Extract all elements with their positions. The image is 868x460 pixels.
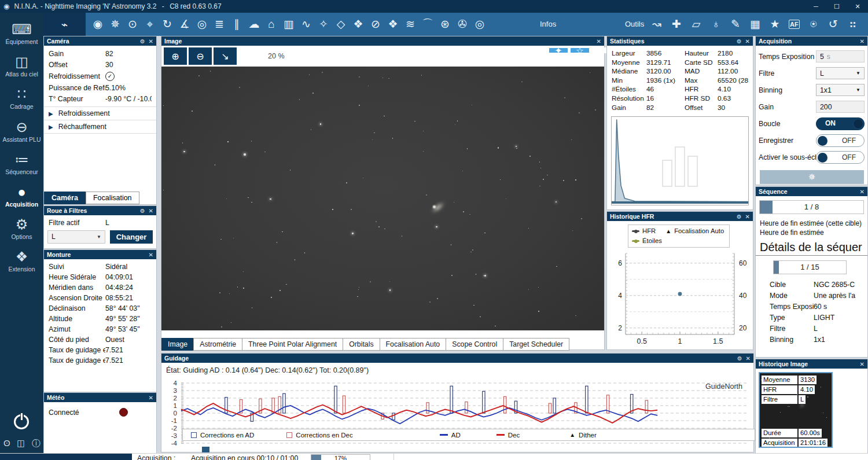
- tab-focalisation[interactable]: Focalisation: [86, 192, 139, 204]
- manual-icon[interactable]: ◫: [17, 438, 25, 449]
- close-icon[interactable]: ✕: [745, 214, 750, 220]
- wheel-icon[interactable]: ⊛: [439, 13, 451, 36]
- plate-solving-icon[interactable]: ♁: [710, 13, 722, 36]
- plugin-icon[interactable]: ❖: [387, 13, 399, 36]
- guider-icon[interactable]: ◎: [196, 13, 208, 36]
- sequence-icon[interactable]: ≣: [214, 13, 225, 36]
- visibility-icon[interactable]: ʘ: [3, 438, 10, 449]
- rotator-icon[interactable]: ↻: [161, 13, 173, 36]
- flip-horizontal-button[interactable]: ⋈: [463, 47, 483, 53]
- sidebar-item-sequencer[interactable]: ≔Séquenceur: [0, 151, 43, 182]
- calculator-icon[interactable]: ▦: [749, 13, 761, 36]
- close-icon[interactable]: ✕: [860, 361, 865, 367]
- fit-screen-button[interactable]: ↘: [214, 47, 237, 65]
- safety-monitor-icon[interactable]: ◇: [335, 13, 347, 36]
- power-button[interactable]: [14, 414, 30, 430]
- sidebar-item-flat-wizard[interactable]: ⊖Assistant PLU: [0, 119, 43, 150]
- gear-icon[interactable]: ⚙: [140, 208, 145, 214]
- close-icon[interactable]: ✕: [149, 208, 153, 214]
- pixel-grid-button[interactable]: ▦: [484, 47, 504, 53]
- planet-icon[interactable]: ⊘: [370, 13, 381, 36]
- star-icon[interactable]: ★: [769, 13, 781, 36]
- enregistrer-toggle[interactable]: OFF: [816, 134, 865, 147]
- image-history-thumbnail[interactable]: Moyenne3130HFR4.10FiltreLDurée60.00sAcqu…: [759, 372, 833, 448]
- tab-target-scheduler[interactable]: Target Scheduler: [503, 338, 569, 351]
- puzzle-piece-icon[interactable]: ❖: [352, 13, 364, 36]
- sidebar-item-imaging[interactable]: ●Acquisition: [0, 183, 43, 215]
- zoom-in-button[interactable]: ⊕: [164, 47, 187, 65]
- expander-réchauffement[interactable]: ▶Réchauffement: [44, 120, 156, 134]
- star-detection-icon[interactable]: ⍟: [808, 13, 819, 36]
- activer-le-sous-éch-toggle[interactable]: OFF: [816, 151, 865, 164]
- close-button[interactable]: ✕: [847, 0, 868, 13]
- tab-caméra[interactable]: Caméra: [44, 192, 86, 204]
- weather-icon[interactable]: ☁: [248, 13, 260, 36]
- minimize-button[interactable]: ─: [806, 0, 826, 13]
- dome-icon[interactable]: ⌂: [266, 13, 277, 36]
- close-icon[interactable]: ✕: [860, 38, 865, 45]
- statistics-icon[interactable]: ▥: [283, 13, 295, 36]
- infos-label[interactable]: Infos: [540, 20, 556, 28]
- tab-astrométrie[interactable]: Astrométrie: [193, 338, 242, 351]
- temps-exposition-input[interactable]: 5s: [816, 50, 865, 62]
- image-view[interactable]: [161, 67, 604, 330]
- one-to-one-button[interactable]: 1:1: [238, 47, 258, 53]
- star-annotation-button[interactable]: ☆: [570, 47, 590, 53]
- connect-all-button[interactable]: ⌁: [43, 13, 86, 36]
- crosshair-button[interactable]: ⌖: [527, 47, 547, 53]
- tab-image[interactable]: Image: [161, 338, 194, 351]
- rotate-image-button[interactable]: ↻: [442, 47, 461, 53]
- sidebar-item-framing[interactable]: ∷Cadrage: [0, 86, 43, 117]
- close-icon[interactable]: ✕: [149, 252, 153, 258]
- sidebar-item-plugins[interactable]: ❖Extension: [0, 248, 43, 279]
- sky-rotate-icon[interactable]: ↝: [651, 13, 663, 36]
- close-icon[interactable]: ✕: [860, 189, 865, 195]
- focuser-icon[interactable]: ⌖: [144, 13, 156, 36]
- gear-icon[interactable]: ⚙: [737, 38, 742, 45]
- layers-icon[interactable]: ≋: [404, 13, 416, 36]
- camera-icon[interactable]: ◉: [92, 13, 104, 36]
- aperture-icon[interactable]: ✵: [109, 13, 121, 36]
- start-capture-button[interactable]: ✵: [760, 170, 864, 184]
- filtre-select[interactable]: L▼: [816, 67, 865, 79]
- gear-icon[interactable]: ⚙: [737, 355, 742, 362]
- tab-orbitals[interactable]: Orbitals: [343, 338, 380, 351]
- pixel-box-icon[interactable]: ⠶: [847, 13, 859, 36]
- crosshair-plus-icon[interactable]: ✚: [671, 13, 682, 36]
- flat-panel-tool-icon[interactable]: ▱: [690, 13, 702, 36]
- gain-input[interactable]: 200: [816, 101, 865, 113]
- gear-icon[interactable]: ⚙: [737, 214, 742, 220]
- telescope-icon[interactable]: ∡: [179, 13, 190, 36]
- stretch-wand-button[interactable]: ✦: [549, 47, 568, 53]
- close-icon[interactable]: ✕: [149, 38, 153, 45]
- sketch-icon[interactable]: ✎: [730, 13, 741, 36]
- switch-icon[interactable]: ∥: [231, 13, 242, 36]
- maximize-button[interactable]: ☐: [826, 0, 847, 13]
- sidebar-item-options[interactable]: ⚙Options: [0, 216, 43, 247]
- close-icon[interactable]: ✕: [597, 38, 601, 45]
- infos-icon[interactable]: ◎: [474, 13, 486, 36]
- guide-scrollbar-thumb[interactable]: [202, 447, 209, 452]
- film-reel-icon[interactable]: ✇: [457, 13, 468, 36]
- tab-focalisation-auto[interactable]: Focalisation Auto: [380, 338, 447, 351]
- boucle-toggle[interactable]: ON: [816, 117, 865, 130]
- tab-scope-control[interactable]: Scope Control: [446, 338, 503, 351]
- filter-wheel-icon[interactable]: ⊙: [127, 13, 138, 36]
- gear-icon[interactable]: ⚙: [140, 38, 145, 45]
- close-icon[interactable]: ✕: [745, 38, 750, 45]
- expander-refroidissement[interactable]: ▶Refroidissement: [44, 106, 156, 120]
- tab-three-point-polar-alignment[interactable]: Three Point Polar Alignment: [242, 338, 343, 351]
- flat-arc-icon[interactable]: ⌒: [422, 13, 433, 36]
- sidebar-item-equipment[interactable]: ⌨Équipement: [0, 21, 43, 52]
- info-icon[interactable]: ⓘ: [32, 438, 41, 449]
- zoom-out-button[interactable]: ⊖: [189, 47, 212, 65]
- autofocus-icon[interactable]: AF: [789, 20, 800, 29]
- sidebar-item-sky-atlas[interactable]: ◫Atlas du ciel: [0, 53, 43, 84]
- close-icon[interactable]: ✕: [149, 395, 153, 401]
- change-filter-button[interactable]: Changer: [110, 230, 153, 244]
- flat-panel-icon[interactable]: ✧: [318, 13, 329, 36]
- history-icon[interactable]: ↺: [827, 13, 839, 36]
- close-icon[interactable]: ✕: [746, 355, 751, 362]
- graph-icon[interactable]: ∿: [300, 13, 312, 36]
- binning-select[interactable]: 1x1▼: [816, 84, 865, 96]
